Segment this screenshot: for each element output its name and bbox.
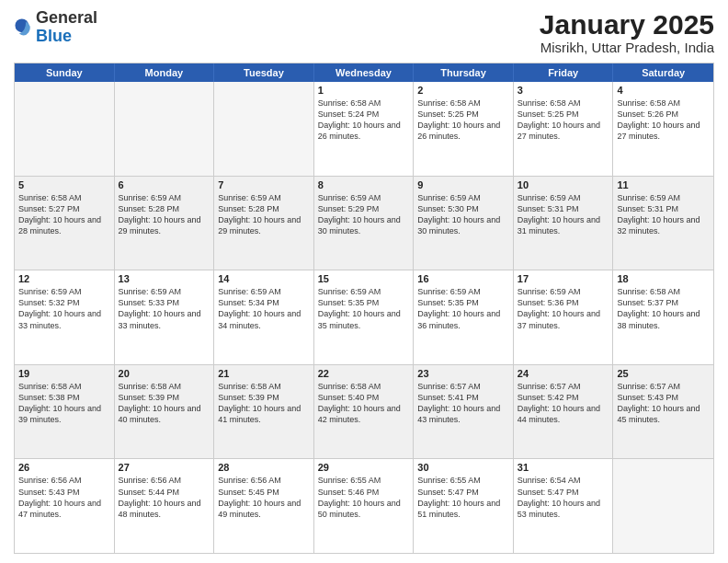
calendar-cell: 6Sunrise: 6:59 AM Sunset: 5:28 PM Daylig… — [115, 177, 215, 270]
day-number: 5 — [18, 179, 110, 190]
calendar-cell: 9Sunrise: 6:59 AM Sunset: 5:30 PM Daylig… — [414, 177, 514, 270]
day-number: 14 — [218, 273, 310, 284]
calendar-cell: 3Sunrise: 6:58 AM Sunset: 5:25 PM Daylig… — [514, 82, 614, 176]
calendar-cell: 2Sunrise: 6:58 AM Sunset: 5:25 PM Daylig… — [414, 82, 514, 176]
calendar-cell: 30Sunrise: 6:55 AM Sunset: 5:47 PM Dayli… — [414, 459, 514, 553]
header-day-monday: Monday — [115, 63, 215, 82]
logo-blue: Blue — [36, 27, 72, 45]
calendar-cell: 10Sunrise: 6:59 AM Sunset: 5:31 PM Dayli… — [514, 177, 614, 270]
page: General Blue January 2025 Misrikh, Uttar… — [0, 0, 728, 563]
cell-info: Sunrise: 6:56 AM Sunset: 5:43 PM Dayligh… — [18, 475, 110, 520]
day-number: 26 — [18, 462, 110, 473]
calendar-cell: 15Sunrise: 6:59 AM Sunset: 5:35 PM Dayli… — [314, 270, 415, 364]
cell-info: Sunrise: 6:58 AM Sunset: 5:26 PM Dayligh… — [617, 98, 710, 143]
calendar: SundayMondayTuesdayWednesdayThursdayFrid… — [14, 63, 714, 554]
day-number: 23 — [417, 368, 509, 379]
day-number: 24 — [518, 368, 609, 379]
header-day-thursday: Thursday — [414, 63, 514, 82]
header-day-saturday: Saturday — [613, 63, 713, 82]
calendar-week-1: 1Sunrise: 6:58 AM Sunset: 5:24 PM Daylig… — [15, 82, 713, 177]
calendar-cell: 27Sunrise: 6:56 AM Sunset: 5:44 PM Dayli… — [115, 459, 215, 553]
day-number: 30 — [417, 462, 509, 473]
day-number: 25 — [617, 368, 710, 379]
logo-icon — [14, 17, 34, 38]
day-number: 13 — [119, 273, 210, 284]
calendar-cell: 11Sunrise: 6:59 AM Sunset: 5:31 PM Dayli… — [613, 177, 713, 270]
day-number: 20 — [119, 368, 210, 379]
cell-info: Sunrise: 6:58 AM Sunset: 5:37 PM Dayligh… — [617, 286, 710, 331]
day-number: 1 — [318, 85, 410, 96]
day-number: 17 — [518, 273, 609, 284]
cell-info: Sunrise: 6:58 AM Sunset: 5:40 PM Dayligh… — [318, 381, 410, 426]
calendar-body: 1Sunrise: 6:58 AM Sunset: 5:24 PM Daylig… — [15, 82, 713, 553]
cell-info: Sunrise: 6:59 AM Sunset: 5:28 PM Dayligh… — [218, 192, 310, 237]
cell-info: Sunrise: 6:59 AM Sunset: 5:29 PM Dayligh… — [318, 192, 410, 237]
day-number: 4 — [617, 85, 710, 96]
day-number: 7 — [218, 179, 310, 190]
day-number: 8 — [318, 179, 410, 190]
cell-info: Sunrise: 6:59 AM Sunset: 5:34 PM Dayligh… — [218, 286, 310, 331]
calendar-cell: 23Sunrise: 6:57 AM Sunset: 5:41 PM Dayli… — [414, 365, 514, 459]
cell-info: Sunrise: 6:59 AM Sunset: 5:35 PM Dayligh… — [318, 286, 410, 331]
calendar-cell: 8Sunrise: 6:59 AM Sunset: 5:29 PM Daylig… — [314, 177, 415, 270]
calendar-week-3: 12Sunrise: 6:59 AM Sunset: 5:32 PM Dayli… — [15, 270, 713, 365]
day-number: 10 — [518, 179, 609, 190]
logo-general: General — [36, 8, 97, 27]
cell-info: Sunrise: 6:55 AM Sunset: 5:47 PM Dayligh… — [417, 475, 509, 520]
header-day-tuesday: Tuesday — [214, 63, 314, 82]
cell-info: Sunrise: 6:59 AM Sunset: 5:30 PM Dayligh… — [417, 192, 509, 237]
cell-info: Sunrise: 6:59 AM Sunset: 5:31 PM Dayligh… — [518, 192, 609, 237]
day-number: 28 — [218, 462, 310, 473]
cell-info: Sunrise: 6:59 AM Sunset: 5:28 PM Dayligh… — [119, 192, 210, 237]
header-day-sunday: Sunday — [15, 63, 115, 82]
cell-info: Sunrise: 6:56 AM Sunset: 5:44 PM Dayligh… — [119, 475, 210, 520]
cell-info: Sunrise: 6:59 AM Sunset: 5:36 PM Dayligh… — [518, 286, 609, 331]
calendar-cell — [214, 82, 314, 176]
calendar-cell: 5Sunrise: 6:58 AM Sunset: 5:27 PM Daylig… — [15, 177, 115, 270]
cell-info: Sunrise: 6:57 AM Sunset: 5:42 PM Dayligh… — [518, 381, 609, 426]
day-number: 11 — [617, 179, 710, 190]
calendar-week-4: 19Sunrise: 6:58 AM Sunset: 5:38 PM Dayli… — [15, 365, 713, 460]
calendar-cell: 24Sunrise: 6:57 AM Sunset: 5:42 PM Dayli… — [514, 365, 614, 459]
cell-info: Sunrise: 6:55 AM Sunset: 5:46 PM Dayligh… — [318, 475, 410, 520]
day-number: 15 — [318, 273, 410, 284]
day-number: 2 — [417, 85, 509, 96]
logo-text: General Blue — [36, 9, 97, 46]
cell-info: Sunrise: 6:58 AM Sunset: 5:25 PM Dayligh… — [417, 98, 509, 143]
cell-info: Sunrise: 6:57 AM Sunset: 5:43 PM Dayligh… — [617, 381, 710, 426]
cell-info: Sunrise: 6:58 AM Sunset: 5:39 PM Dayligh… — [119, 381, 210, 426]
cell-info: Sunrise: 6:59 AM Sunset: 5:31 PM Dayligh… — [617, 192, 710, 237]
day-number: 16 — [417, 273, 509, 284]
cell-info: Sunrise: 6:58 AM Sunset: 5:27 PM Dayligh… — [18, 192, 110, 237]
cell-info: Sunrise: 6:59 AM Sunset: 5:32 PM Dayligh… — [18, 286, 110, 331]
calendar-cell: 14Sunrise: 6:59 AM Sunset: 5:34 PM Dayli… — [214, 270, 314, 364]
calendar-cell: 28Sunrise: 6:56 AM Sunset: 5:45 PM Dayli… — [214, 459, 314, 553]
cell-info: Sunrise: 6:59 AM Sunset: 5:35 PM Dayligh… — [417, 286, 509, 331]
day-number: 21 — [218, 368, 310, 379]
calendar-cell: 13Sunrise: 6:59 AM Sunset: 5:33 PM Dayli… — [115, 270, 215, 364]
calendar-header: SundayMondayTuesdayWednesdayThursdayFrid… — [15, 63, 713, 82]
calendar-cell — [15, 82, 115, 176]
logo: General Blue — [14, 9, 97, 46]
header-day-friday: Friday — [514, 63, 614, 82]
calendar-cell: 25Sunrise: 6:57 AM Sunset: 5:43 PM Dayli… — [613, 365, 713, 459]
calendar-cell: 19Sunrise: 6:58 AM Sunset: 5:38 PM Dayli… — [15, 365, 115, 459]
header-day-wednesday: Wednesday — [314, 63, 415, 82]
calendar-cell — [115, 82, 215, 176]
calendar-cell: 4Sunrise: 6:58 AM Sunset: 5:26 PM Daylig… — [613, 82, 713, 176]
day-number: 31 — [518, 462, 609, 473]
day-number: 9 — [417, 179, 509, 190]
cell-info: Sunrise: 6:54 AM Sunset: 5:47 PM Dayligh… — [518, 475, 609, 520]
cell-info: Sunrise: 6:58 AM Sunset: 5:25 PM Dayligh… — [518, 98, 609, 143]
calendar-cell: 18Sunrise: 6:58 AM Sunset: 5:37 PM Dayli… — [613, 270, 713, 364]
calendar-cell: 29Sunrise: 6:55 AM Sunset: 5:46 PM Dayli… — [314, 459, 415, 553]
calendar-week-2: 5Sunrise: 6:58 AM Sunset: 5:27 PM Daylig… — [15, 177, 713, 271]
day-number: 6 — [119, 179, 210, 190]
cell-info: Sunrise: 6:59 AM Sunset: 5:33 PM Dayligh… — [119, 286, 210, 331]
day-number: 3 — [518, 85, 609, 96]
header: General Blue January 2025 Misrikh, Uttar… — [14, 9, 714, 55]
calendar-subtitle: Misrikh, Uttar Pradesh, India — [540, 40, 714, 55]
cell-info: Sunrise: 6:56 AM Sunset: 5:45 PM Dayligh… — [218, 475, 310, 520]
calendar-week-5: 26Sunrise: 6:56 AM Sunset: 5:43 PM Dayli… — [15, 459, 713, 553]
calendar-cell: 7Sunrise: 6:59 AM Sunset: 5:28 PM Daylig… — [214, 177, 314, 270]
